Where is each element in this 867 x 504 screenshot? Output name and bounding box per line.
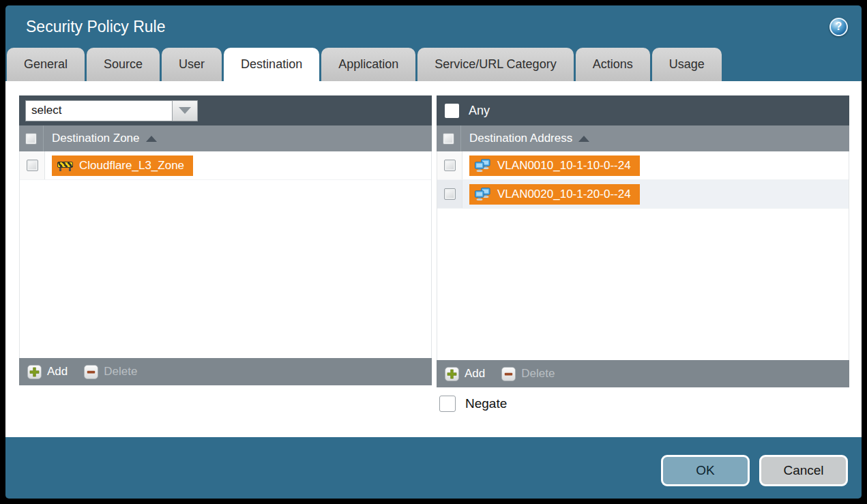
destination-zone-panel: Destination Zone Cloudflare_L3_Zone [19, 95, 432, 385]
address-chip[interactable]: VLAN0020_10-1-20-0--24 [469, 184, 640, 205]
address-row-checkbox-cell [437, 180, 462, 208]
zone-row[interactable]: Cloudflare_L3_Zone [20, 151, 431, 180]
zone-add-label: Add [47, 365, 68, 379]
address-panel-footer: Add Delete [437, 360, 849, 387]
any-label: Any [469, 104, 490, 118]
address-name: VLAN0020_10-1-20-0--24 [497, 188, 631, 201]
address-row-checkbox[interactable] [444, 160, 456, 171]
address-add-button[interactable]: Add [445, 367, 485, 381]
cancel-button[interactable]: Cancel [759, 455, 848, 486]
minus-icon [84, 365, 98, 379]
zone-row-checkbox-cell [20, 151, 45, 179]
column-divider [460, 125, 461, 151]
tab-general[interactable]: General [7, 48, 85, 81]
zone-barricade-icon [57, 160, 73, 171]
address-delete-label: Delete [521, 367, 555, 381]
network-address-icon [475, 159, 491, 173]
address-delete-button[interactable]: Delete [501, 367, 555, 381]
zone-chip[interactable]: Cloudflare_L3_Zone [52, 155, 193, 176]
address-list: VLAN0010_10-1-10-0--24 [437, 151, 849, 360]
title-bar: Security Policy Rule ? [5, 5, 862, 48]
tab-destination[interactable]: Destination [224, 48, 319, 81]
zone-select-dropdown-button[interactable] [172, 100, 198, 121]
address-row-checkbox[interactable] [444, 188, 456, 200]
dialog-footer: OK Cancel [5, 437, 862, 499]
any-checkbox[interactable] [445, 104, 459, 118]
minus-icon [501, 367, 516, 381]
ok-button[interactable]: OK [661, 455, 750, 486]
plus-icon [27, 365, 42, 379]
zone-select-input[interactable] [25, 100, 172, 121]
zone-panel-toolbar [19, 95, 432, 125]
sort-ascending-icon[interactable] [578, 136, 589, 142]
negate-checkbox[interactable] [439, 396, 456, 412]
address-column-header: Destination Address [437, 125, 849, 151]
help-icon[interactable]: ? [829, 18, 848, 36]
zone-select-all-checkbox[interactable] [25, 133, 37, 145]
tab-source[interactable]: Source [87, 48, 160, 81]
tab-application[interactable]: Application [321, 48, 415, 81]
security-policy-rule-dialog: Security Policy Rule ? General Source Us… [5, 5, 862, 499]
plus-icon [445, 367, 459, 381]
tab-service-url-category[interactable]: Service/URL Category [417, 48, 573, 81]
zone-column-header: Destination Zone [19, 125, 432, 151]
destination-address-panel: Any Destination Address [437, 95, 849, 387]
sort-ascending-icon[interactable] [146, 136, 157, 142]
zone-panel-footer: Add Delete [19, 358, 432, 385]
address-panel-toolbar: Any [437, 95, 849, 125]
destination-tab-content: Destination Zone Cloudflare_L3_Zone [5, 81, 862, 437]
address-name: VLAN0010_10-1-10-0--24 [497, 159, 631, 173]
address-select-all-checkbox[interactable] [443, 133, 454, 145]
address-column-label: Destination Address [469, 132, 572, 145]
address-row[interactable]: VLAN0010_10-1-10-0--24 [437, 151, 849, 180]
chevron-down-icon [179, 107, 191, 114]
address-add-label: Add [465, 367, 485, 381]
tab-user[interactable]: User [162, 48, 222, 81]
dialog-title: Security Policy Rule [26, 18, 166, 36]
zone-add-button[interactable]: Add [27, 365, 68, 379]
zone-column-label: Destination Zone [52, 132, 140, 145]
zone-select-combo [25, 100, 198, 121]
zone-list: Cloudflare_L3_Zone [19, 151, 432, 358]
network-address-icon [475, 188, 491, 201]
negate-control: Negate [439, 396, 507, 412]
address-row-checkbox-cell [437, 151, 462, 179]
zone-delete-button[interactable]: Delete [84, 365, 137, 379]
zone-delete-label: Delete [104, 365, 137, 379]
column-divider [43, 125, 44, 151]
address-row[interactable]: VLAN0020_10-1-20-0--24 [437, 180, 849, 209]
tab-usage[interactable]: Usage [652, 48, 722, 81]
address-chip[interactable]: VLAN0010_10-1-10-0--24 [469, 155, 640, 176]
negate-label: Negate [465, 396, 507, 411]
tab-actions[interactable]: Actions [576, 48, 650, 81]
zone-name: Cloudflare_L3_Zone [79, 159, 184, 173]
zone-row-checkbox[interactable] [27, 160, 38, 171]
tab-bar: General Source User Destination Applicat… [5, 48, 862, 81]
